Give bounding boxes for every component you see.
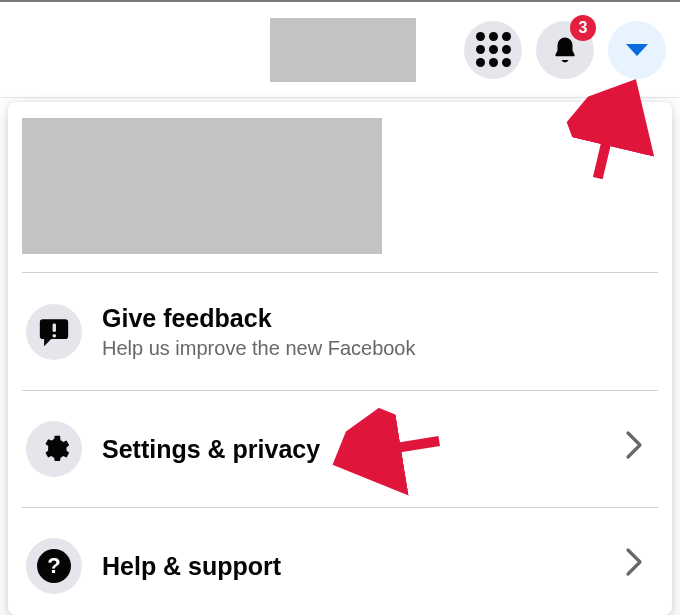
topbar: 3	[0, 0, 680, 98]
menu-item-settings[interactable]: Settings & privacy	[22, 391, 658, 507]
svg-rect-0	[53, 323, 56, 332]
notifications-button[interactable]: 3	[536, 21, 594, 79]
gear-icon	[38, 433, 70, 465]
settings-title: Settings & privacy	[102, 434, 604, 464]
caret-down-icon	[626, 44, 648, 56]
feedback-subtitle: Help us improve the new Facebook	[102, 337, 654, 360]
grid-icon	[476, 32, 511, 67]
feedback-title: Give feedback	[102, 303, 654, 333]
notification-badge: 3	[570, 15, 596, 41]
menu-apps-button[interactable]	[464, 21, 522, 79]
question-icon: ?	[37, 549, 71, 583]
menu-item-feedback[interactable]: Give feedback Help us improve the new Fa…	[22, 273, 658, 390]
feedback-icon-wrap	[26, 304, 82, 360]
help-icon-wrap: ?	[26, 538, 82, 594]
help-title: Help & support	[102, 551, 604, 581]
redacted-region-profile	[22, 118, 382, 254]
feedback-text: Give feedback Help us improve the new Fa…	[102, 303, 654, 360]
feedback-icon	[37, 315, 71, 349]
account-dropdown: Give feedback Help us improve the new Fa…	[8, 102, 672, 615]
chevron-right-icon	[624, 429, 654, 469]
chevron-right-icon	[624, 546, 654, 586]
menu-item-help[interactable]: ? Help & support	[22, 508, 658, 615]
settings-text: Settings & privacy	[102, 434, 604, 464]
svg-rect-1	[53, 334, 56, 337]
redacted-region-top	[270, 18, 416, 82]
settings-icon-wrap	[26, 421, 82, 477]
account-menu-button[interactable]	[608, 21, 666, 79]
help-text: Help & support	[102, 551, 604, 581]
